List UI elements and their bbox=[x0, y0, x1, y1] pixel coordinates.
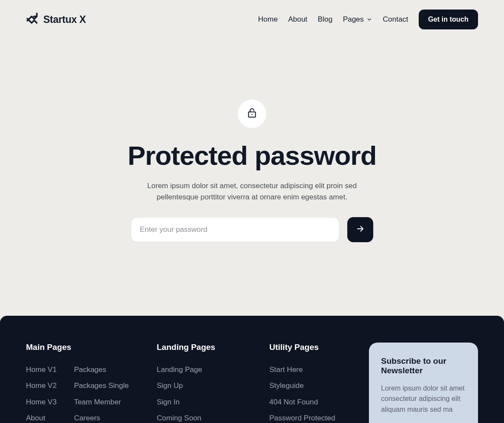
footer-link[interactable]: Packages bbox=[74, 364, 129, 375]
newsletter-title: Subscribe to our Newsletter bbox=[381, 356, 466, 375]
page-title: Protected password bbox=[26, 140, 478, 171]
footer-link[interactable]: About bbox=[26, 413, 57, 423]
footer-link[interactable]: Coming Soon bbox=[157, 413, 256, 423]
footer-link[interactable]: Careers bbox=[74, 413, 129, 423]
footer-link[interactable]: Home V3 bbox=[26, 397, 57, 408]
nav-pages-label: Pages bbox=[343, 15, 364, 24]
chevron-down-icon bbox=[366, 16, 372, 22]
page-subtitle: Lorem ipsum dolor sit amet, consectetur … bbox=[131, 180, 373, 203]
lock-icon bbox=[246, 107, 258, 120]
footer-link[interactable]: Sign Up bbox=[157, 380, 256, 391]
footer-link[interactable]: 404 Not Found bbox=[269, 397, 356, 408]
password-form bbox=[131, 217, 373, 242]
footer-link[interactable]: Packages Single bbox=[74, 380, 129, 391]
footer-link[interactable]: Password Protected bbox=[269, 413, 356, 423]
header: Startux X Home About Blog Pages Contact … bbox=[0, 0, 504, 39]
submit-password-button[interactable] bbox=[347, 217, 373, 242]
logo-icon bbox=[26, 13, 39, 26]
arrow-right-icon bbox=[355, 224, 365, 235]
svg-point-1 bbox=[252, 114, 252, 115]
footer-landing-pages: Landing Pages Landing Page Sign Up Sign … bbox=[157, 343, 256, 423]
primary-nav: Home About Blog Pages Contact Get in tou… bbox=[258, 10, 478, 29]
nav-pages-dropdown[interactable]: Pages bbox=[343, 15, 372, 24]
nav-home[interactable]: Home bbox=[258, 15, 278, 24]
logo-text: Startux X bbox=[43, 14, 86, 26]
footer-link[interactable]: Landing Page bbox=[157, 364, 256, 375]
logo[interactable]: Startux X bbox=[26, 13, 86, 26]
footer-link[interactable]: Styleguide bbox=[269, 380, 356, 391]
footer-main-pages: Main Pages Home V1 Home V2 Home V3 About… bbox=[26, 343, 144, 423]
footer-main-title: Main Pages bbox=[26, 343, 144, 352]
footer-link[interactable]: Home V1 bbox=[26, 364, 57, 375]
password-input[interactable] bbox=[131, 217, 339, 242]
lock-badge bbox=[238, 99, 266, 128]
protected-password-section: Protected password Lorem ipsum dolor sit… bbox=[0, 39, 504, 316]
footer-link[interactable]: Team Member bbox=[74, 397, 129, 408]
nav-blog[interactable]: Blog bbox=[318, 15, 333, 24]
footer-link[interactable]: Home V2 bbox=[26, 380, 57, 391]
footer: Main Pages Home V1 Home V2 Home V3 About… bbox=[0, 316, 504, 423]
footer-landing-title: Landing Pages bbox=[157, 343, 256, 352]
nav-contact[interactable]: Contact bbox=[383, 15, 408, 24]
footer-utility-pages: Utility Pages Start Here Styleguide 404 … bbox=[269, 343, 356, 423]
footer-utility-title: Utility Pages bbox=[269, 343, 356, 352]
nav-about[interactable]: About bbox=[288, 15, 307, 24]
newsletter-card: Subscribe to our Newsletter Lorem ipsum … bbox=[369, 343, 478, 423]
footer-link[interactable]: Start Here bbox=[269, 364, 356, 375]
newsletter-subtitle: Lorem ipsum dolor sit amet consectetur a… bbox=[381, 383, 466, 415]
get-in-touch-button[interactable]: Get in touch bbox=[419, 10, 478, 29]
footer-link[interactable]: Sign In bbox=[157, 397, 256, 408]
